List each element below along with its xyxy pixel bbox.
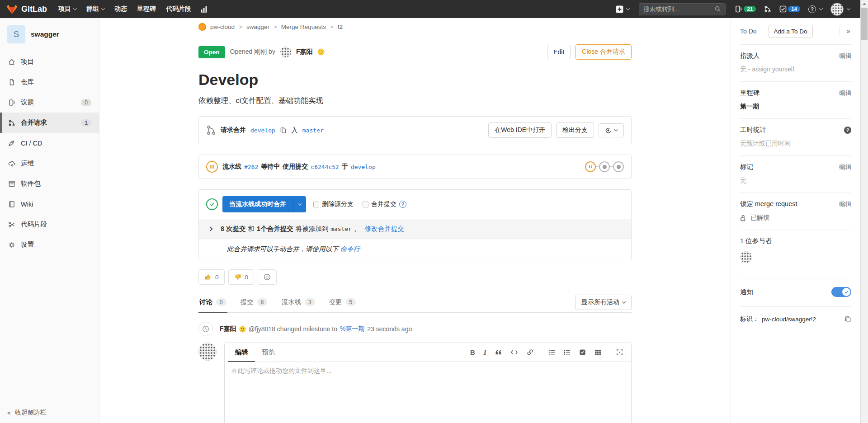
sidebar-item-wiki[interactable]: Wiki <box>0 194 99 214</box>
milestone-value[interactable]: 第一期 <box>740 103 851 111</box>
nav-snippets[interactable]: 代码片段 <box>161 0 196 18</box>
sidebar-item-cicd[interactable]: CI / CD <box>0 133 99 153</box>
breadcrumb-group[interactable]: pw-cloud <box>210 24 235 30</box>
todos-button[interactable]: 14 <box>779 5 800 13</box>
lock-section: 锁定 merge request 编辑 已解锁 <box>740 193 851 230</box>
activity-author[interactable]: F嘉阳 <box>220 325 236 333</box>
tab-preview[interactable]: 预览 <box>255 343 282 362</box>
edit-lock-button[interactable]: 编辑 <box>839 200 851 208</box>
merge-requests-dashboard-button[interactable] <box>764 5 771 13</box>
author-name[interactable]: F嘉阳 <box>296 48 313 56</box>
expand-commits-caret[interactable] <box>208 227 213 231</box>
edit-button[interactable]: Edit <box>547 45 571 59</box>
pipeline-paused-icon[interactable] <box>206 161 218 173</box>
breadcrumb-project[interactable]: swagger <box>246 24 269 30</box>
user-menu-button[interactable] <box>830 3 850 16</box>
breadcrumb-merge-requests[interactable]: Merge Requests <box>281 24 326 30</box>
fullscreen-button[interactable] <box>616 349 623 356</box>
search-input[interactable] <box>643 6 715 13</box>
nav-activity[interactable]: 动态 <box>109 0 132 18</box>
nav-milestones[interactable]: 里程碑 <box>132 0 161 18</box>
assign-yourself-link[interactable]: assign yourself <box>752 66 794 73</box>
add-reaction-button[interactable] <box>258 269 277 285</box>
issues-dashboard-button[interactable]: 21 <box>735 5 756 13</box>
todo-label: To Do <box>740 28 757 35</box>
pipeline-id-link[interactable]: #262 <box>244 164 258 170</box>
open-web-ide-button[interactable]: 在Web IDE中打开 <box>488 122 552 138</box>
comment-textarea[interactable] <box>225 362 631 423</box>
tab-pipelines[interactable]: 流水线3 <box>280 292 316 312</box>
squash-commits-checkbox[interactable] <box>363 202 368 207</box>
checkout-branch-button[interactable]: 检出分支 <box>556 122 594 138</box>
gitlab-logo[interactable]: GitLab <box>6 4 47 14</box>
stage-created-icon[interactable] <box>599 161 610 172</box>
nav-projects[interactable]: 项目 <box>53 0 81 18</box>
link-button[interactable] <box>527 349 533 356</box>
author-avatar[interactable] <box>280 47 291 57</box>
pipeline-branch-link[interactable]: develop <box>351 164 376 170</box>
notifications-toggle[interactable] <box>831 287 851 297</box>
time-tracking-help-icon[interactable]: ? <box>844 127 851 134</box>
check-icon <box>844 290 849 295</box>
assignee-section: 指派人 编辑 无 - assign yourself <box>740 44 851 81</box>
edit-milestone-button[interactable]: 编辑 <box>839 89 851 97</box>
sidebar-item-settings[interactable]: 设置 <box>0 235 99 255</box>
merge-when-pipeline-succeeds-button[interactable]: 当流水线成功时合并 <box>222 196 306 212</box>
edit-labels-button[interactable]: 编辑 <box>839 163 851 171</box>
task-list-button[interactable] <box>579 349 586 356</box>
sidebar-item-operations[interactable]: 运维 <box>0 153 99 174</box>
new-menu-button[interactable] <box>616 5 629 13</box>
collapse-right-sidebar-button[interactable]: » <box>845 27 851 35</box>
bold-button[interactable]: B <box>470 348 475 356</box>
sidebar-item-merge-requests[interactable]: 合并请求 1 <box>0 113 99 133</box>
modify-merge-commit-link[interactable]: 修改合并提交 <box>365 225 404 233</box>
add-todo-button[interactable]: Add a To Do <box>769 25 813 38</box>
sidebar-item-packages[interactable]: 软件包 <box>0 174 99 194</box>
copy-reference-button[interactable] <box>844 316 851 323</box>
scrollbar-thumb[interactable] <box>861 8 868 40</box>
collapse-sidebar-button[interactable]: « 收起侧边栏 <box>0 402 99 423</box>
participant-avatar[interactable] <box>740 251 752 263</box>
stage-created-icon[interactable] <box>613 161 624 172</box>
sidebar-item-issues[interactable]: 议题 0 <box>0 92 99 113</box>
table-button[interactable] <box>594 349 601 356</box>
quote-button[interactable] <box>495 349 502 355</box>
activity-filter-dropdown[interactable]: 显示所有活动 <box>575 295 632 310</box>
edit-assignee-button[interactable]: 编辑 <box>839 52 851 60</box>
target-branch-link[interactable]: master <box>302 127 324 134</box>
help-menu-button[interactable]: ? <box>808 5 822 13</box>
page-scrollbar[interactable] <box>860 0 868 423</box>
bullet-list-button[interactable] <box>548 349 555 355</box>
source-branch-link[interactable]: develop <box>250 127 275 134</box>
commit-sha-link[interactable]: c6244c52 <box>311 164 339 170</box>
sidebar-item-snippets[interactable]: 代码片段 <box>0 214 99 235</box>
italic-button[interactable]: I <box>484 348 486 357</box>
stage-paused-icon[interactable] <box>585 161 596 172</box>
command-line-link[interactable]: 命令行 <box>340 245 360 253</box>
download-dropdown-button[interactable] <box>599 123 624 137</box>
project-context[interactable]: S swagger <box>0 18 99 52</box>
code-button[interactable] <box>510 349 518 355</box>
sidebar-item-repository[interactable]: 仓库 <box>0 72 99 92</box>
charts-icon[interactable] <box>200 6 208 13</box>
tab-write[interactable]: 编辑 <box>228 343 255 362</box>
thumbs-down-button[interactable]: 0 <box>228 269 255 285</box>
close-merge-request-button[interactable]: Close 合并请求 <box>576 44 632 60</box>
tab-commits[interactable]: 提交8 <box>240 292 269 312</box>
nav-groups[interactable]: 群组 <box>81 0 109 18</box>
tab-discussion[interactable]: 讨论0 <box>198 292 227 312</box>
squash-help-icon[interactable]: ? <box>399 201 406 208</box>
chevron-down-icon <box>626 6 630 10</box>
collapse-icon: « <box>7 409 11 416</box>
merge-options-caret[interactable] <box>293 196 306 212</box>
thumbs-up-button[interactable]: 0 <box>198 269 225 285</box>
sidebar-item-overview[interactable]: 项目 <box>0 52 99 72</box>
scrollbar-up-arrow[interactable] <box>861 0 868 7</box>
numbered-list-button[interactable] <box>564 349 571 355</box>
activity-entry: F嘉阳 @fjy8018 changed milestone to %第一期 2… <box>198 322 632 336</box>
copy-branch-button[interactable] <box>280 127 287 134</box>
remove-source-branch-checkbox[interactable] <box>313 202 319 207</box>
milestone-link[interactable]: %第一期 <box>340 325 364 333</box>
tab-changes[interactable]: 变更5 <box>328 292 357 312</box>
merge-request-title: Develop <box>198 71 632 89</box>
